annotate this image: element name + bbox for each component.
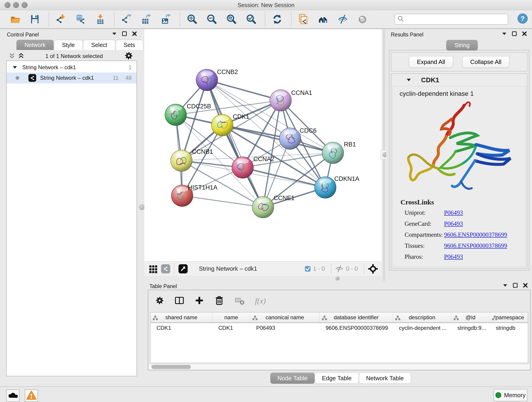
- table-horizontal-scrollbar[interactable]: [149, 364, 530, 370]
- birdseye-view-icon[interactable]: [178, 264, 188, 274]
- edge-HIST1H1A-CCNE1[interactable]: [182, 196, 263, 207]
- tab-string[interactable]: String: [446, 40, 478, 51]
- column-header-namespace[interactable]: namespace: [490, 313, 528, 322]
- expand-all-button[interactable]: Expand All: [409, 56, 453, 68]
- float-panel-icon[interactable]: [512, 31, 517, 36]
- show-columns-icon[interactable]: [174, 295, 184, 306]
- close-panel-icon[interactable]: [132, 31, 137, 36]
- table-cell[interactable]: stringdb: [490, 325, 528, 331]
- node-CCNB2[interactable]: [196, 69, 218, 91]
- tree-caret-icon[interactable]: [13, 64, 17, 70]
- fit-selected-crosshair-icon[interactable]: [368, 264, 378, 274]
- node-table[interactable]: shared namenamecanonical namedatabase id…: [150, 312, 528, 363]
- search-box[interactable]: [394, 14, 508, 25]
- column-header-shared-name[interactable]: shared name: [151, 313, 212, 322]
- close-panel-icon[interactable]: [522, 31, 527, 36]
- export-image-icon[interactable]: [160, 13, 172, 25]
- section-caret-icon[interactable]: [406, 78, 411, 82]
- search-input[interactable]: [404, 15, 508, 24]
- network-options-gear-icon[interactable]: [124, 51, 133, 61]
- tab-sets[interactable]: Sets: [116, 40, 143, 50]
- cloud-icon[interactable]: [6, 389, 19, 402]
- column-header-canonical-name[interactable]: canonical name: [250, 313, 320, 322]
- import-database-icon[interactable]: [75, 13, 87, 25]
- protein-section-header[interactable]: CDK1: [391, 74, 527, 86]
- save-icon[interactable]: [29, 13, 41, 25]
- panel-menu-caret-icon[interactable]: [112, 31, 117, 36]
- tab-select[interactable]: Select: [83, 40, 115, 50]
- panel-splitter-handle[interactable]: [139, 204, 145, 210]
- current-network-name: String Network – cdk1: [199, 265, 257, 272]
- crosslink-link[interactable]: 9606.ENSP00000378699: [444, 231, 507, 238]
- memory-button[interactable]: Memory: [494, 389, 527, 401]
- column-header--id[interactable]: @id: [451, 313, 490, 322]
- crosslink-link[interactable]: P06493: [444, 220, 463, 227]
- collapse-all-networks-icon[interactable]: [9, 53, 15, 59]
- open-file-icon[interactable]: [9, 13, 21, 25]
- float-panel-icon[interactable]: [513, 283, 518, 288]
- preview-eye-icon[interactable]: [356, 13, 368, 25]
- zoom-selected-icon[interactable]: [245, 13, 257, 25]
- string-network-badge-icon: [28, 74, 36, 82]
- node-CCNE1[interactable]: [252, 196, 274, 218]
- grid-view-icon[interactable]: [148, 264, 158, 274]
- selected-nodes-checkbox[interactable]: [305, 266, 311, 272]
- tab-node-table[interactable]: Node Table: [270, 373, 315, 384]
- scrollbar-thumb[interactable]: [152, 365, 191, 369]
- horizontal-splitter[interactable]: [144, 276, 386, 281]
- close-panel-icon[interactable]: [523, 283, 528, 288]
- node-CDC6[interactable]: [279, 128, 301, 149]
- tab-network-table[interactable]: Network Table: [359, 373, 411, 384]
- clipboard-share-icon[interactable]: [298, 13, 309, 25]
- column-header-description[interactable]: description: [393, 313, 451, 322]
- collapse-all-button[interactable]: Collapse All: [462, 56, 510, 68]
- node-CCNA1[interactable]: [270, 89, 291, 111]
- string-results-container: Expand All Collapse All CDK1 cyclin-depe…: [389, 50, 529, 270]
- tab-network[interactable]: Network: [17, 40, 54, 50]
- table-cell[interactable]: cyclin-dependent ...: [393, 325, 451, 331]
- export-network-icon[interactable]: [120, 13, 133, 25]
- table-options-gear-icon[interactable]: [155, 296, 164, 306]
- zoom-fit-icon[interactable]: [225, 13, 237, 25]
- crosslink-link[interactable]: 9606.ENSP00000378699: [444, 242, 507, 249]
- node-CCNA2[interactable]: [232, 157, 253, 178]
- table-cell[interactable]: 9606.ENSP00000378699: [320, 325, 393, 331]
- node-RB1[interactable]: [322, 142, 344, 164]
- houses-icon[interactable]: [317, 13, 329, 25]
- network-row-selected[interactable]: String Network – cdk1 11 48: [7, 72, 137, 83]
- tab-style[interactable]: Style: [54, 40, 83, 50]
- hide-unhide-icon[interactable]: [337, 13, 349, 25]
- export-table-icon[interactable]: [140, 13, 152, 25]
- node-CDC25B[interactable]: [165, 104, 186, 126]
- splitter-grip[interactable]: [336, 276, 340, 281]
- table-cell[interactable]: CDK1: [151, 325, 212, 331]
- node-CDKN1A[interactable]: [315, 177, 336, 198]
- zoom-out-icon[interactable]: [206, 13, 218, 25]
- column-label: namespace: [496, 314, 524, 321]
- import-network-icon[interactable]: [55, 13, 67, 25]
- column-header-database-identifier[interactable]: database identifier: [320, 313, 393, 322]
- network-collection-row[interactable]: String Network – cdk1 1: [7, 62, 137, 72]
- import-table-icon[interactable]: [94, 13, 106, 25]
- tab-edge-table[interactable]: Edge Table: [315, 373, 359, 384]
- node-CDK1[interactable]: [211, 114, 233, 136]
- table-cell[interactable]: stringdb:9...: [451, 325, 490, 331]
- table-cell[interactable]: P06493: [250, 325, 320, 331]
- table-row[interactable]: CDK1CDK1P064939606.ENSP00000378699cyclin…: [151, 323, 528, 333]
- help-icon[interactable]: ?: [517, 13, 528, 25]
- delete-columns-icon[interactable]: [214, 295, 224, 306]
- table-cell[interactable]: CDK1: [212, 325, 250, 331]
- zoom-in-icon[interactable]: [186, 13, 198, 25]
- column-header-name[interactable]: name: [212, 313, 250, 322]
- panel-menu-caret-icon[interactable]: [503, 283, 508, 288]
- refresh-icon[interactable]: [271, 13, 283, 25]
- node-CCNB1[interactable]: [171, 150, 192, 172]
- crosslink-link[interactable]: P06493: [444, 209, 463, 216]
- network-canvas[interactable]: CCNB2CCNA1CDC25BCDK1CDC6RB1CCNB1CCNA2CDK…: [144, 29, 382, 261]
- create-column-icon[interactable]: [195, 296, 204, 306]
- expand-all-networks-icon[interactable]: [18, 53, 24, 59]
- panel-menu-caret-icon[interactable]: [502, 31, 507, 36]
- crosslink-link[interactable]: P06493: [444, 253, 463, 260]
- warning-icon[interactable]: [25, 389, 38, 402]
- float-panel-icon[interactable]: [122, 31, 127, 36]
